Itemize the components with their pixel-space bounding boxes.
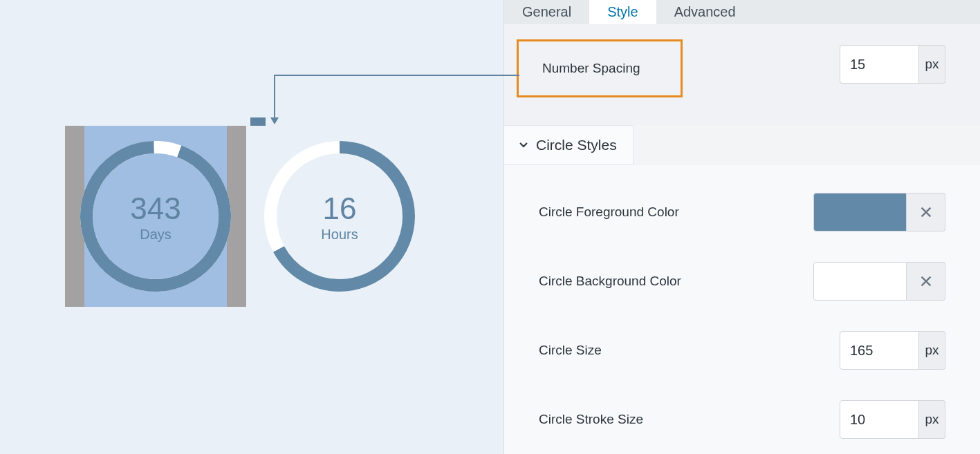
number-spacing-field: px	[840, 45, 945, 84]
circle-fg-swatch[interactable]	[813, 193, 907, 231]
circle-bg-clear[interactable]	[907, 262, 945, 301]
chevron-down-icon	[518, 137, 529, 153]
circle-fg-label: Circle Foreground Color	[539, 205, 813, 220]
tab-style[interactable]: Style	[589, 0, 656, 24]
callout-arrowhead	[270, 117, 279, 124]
circle-stroke-input[interactable]	[840, 400, 919, 439]
number-spacing-input[interactable]	[840, 45, 919, 84]
circle-number-hours: 16	[323, 193, 357, 224]
settings-panel: General Style Advanced Number Spacing px…	[503, 0, 980, 454]
callout-line-vertical	[274, 75, 275, 123]
circle-size-input[interactable]	[840, 331, 919, 370]
circle-label-days: Days	[140, 227, 172, 243]
circle-styles-body: Circle Foreground Color Circle Backgroun…	[504, 165, 980, 454]
number-spacing-group: Number Spacing px	[504, 24, 980, 125]
callout-line-horizontal	[274, 75, 519, 76]
close-icon	[918, 274, 934, 289]
number-spacing-unit: px	[919, 45, 945, 84]
circle-fg-clear[interactable]	[907, 193, 945, 231]
countdown-circle-hours[interactable]: 16 Hours	[249, 126, 430, 307]
close-icon	[918, 205, 934, 220]
circle-number-days: 343	[130, 193, 181, 224]
section-circle-styles[interactable]: Circle Styles	[504, 125, 634, 165]
selection-handle	[250, 117, 266, 126]
section-circle-styles-title: Circle Styles	[536, 137, 617, 153]
number-spacing-highlight: Number Spacing	[517, 39, 683, 97]
countdown-widget[interactable]: 343 Days 16 Hours	[65, 126, 430, 307]
circle-stroke-label: Circle Stroke Size	[539, 412, 840, 427]
circle-bg-label: Circle Background Color	[539, 274, 813, 289]
number-spacing-label: Number Spacing	[542, 61, 640, 75]
circle-size-label: Circle Size	[539, 343, 840, 358]
circle-bg-swatch[interactable]	[813, 262, 907, 301]
circle-size-unit: px	[919, 331, 945, 370]
preview-canvas: 343 Days 16 Hours	[0, 0, 503, 454]
circle-stroke-unit: px	[919, 400, 945, 439]
countdown-circle-days[interactable]: 343 Days	[65, 126, 246, 307]
tab-advanced[interactable]: Advanced	[656, 0, 754, 24]
tab-general[interactable]: General	[504, 0, 589, 24]
circle-label-hours: Hours	[321, 227, 358, 243]
tab-bar: General Style Advanced	[504, 0, 980, 24]
